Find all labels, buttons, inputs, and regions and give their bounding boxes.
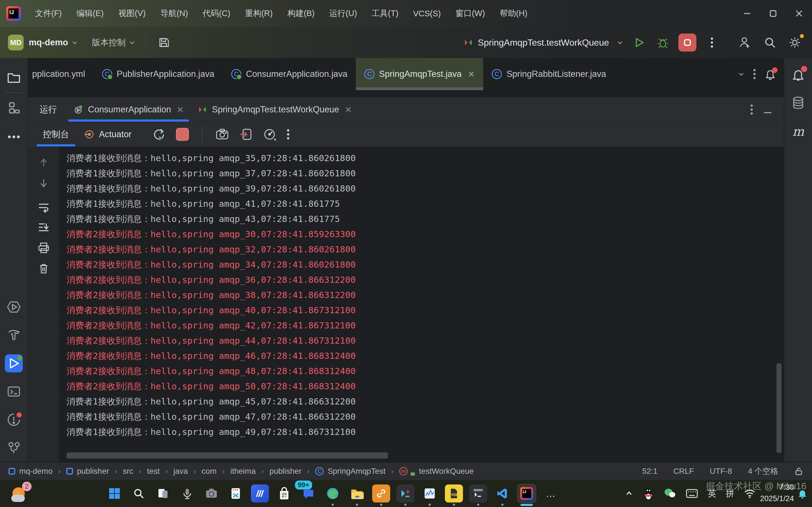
menu-item[interactable]: 文件(F) bbox=[29, 5, 68, 22]
indent-style[interactable]: 4 个空格 bbox=[748, 466, 778, 476]
stop-process-button[interactable] bbox=[176, 128, 189, 141]
maximize-button[interactable] bbox=[760, 0, 786, 27]
breadcrumb-item[interactable]: publisher bbox=[77, 467, 109, 476]
unlock-icon[interactable] bbox=[794, 466, 804, 476]
breadcrumb-item[interactable]: mq-demo bbox=[19, 467, 52, 476]
media-app-icon[interactable] bbox=[251, 485, 269, 503]
structure-tool-icon[interactable] bbox=[5, 99, 23, 117]
code-with-me-icon[interactable] bbox=[737, 34, 753, 51]
microsoft-store-icon[interactable] bbox=[275, 485, 293, 503]
tab-spring-rabbit-listener[interactable]: C SpringRabbitListener.java bbox=[483, 58, 614, 90]
menu-item[interactable]: 导航(N) bbox=[154, 5, 194, 22]
project-tool-icon[interactable] bbox=[5, 68, 23, 86]
print-icon[interactable] bbox=[38, 242, 50, 254]
exit-application-button[interactable] bbox=[239, 128, 253, 141]
wechat-tray-icon[interactable] bbox=[664, 488, 676, 499]
chat-app-icon[interactable]: 99+ bbox=[299, 485, 317, 503]
maven-tool-icon[interactable]: m bbox=[789, 122, 807, 140]
profiler-gauge-button[interactable] bbox=[263, 128, 276, 141]
touch-keyboard-icon[interactable] bbox=[686, 489, 698, 499]
menu-item[interactable]: 代码(C) bbox=[197, 5, 237, 22]
database-tool-icon[interactable] bbox=[789, 94, 807, 112]
console-kebab-icon[interactable] bbox=[287, 128, 290, 140]
camera-app-icon[interactable] bbox=[202, 485, 220, 503]
tab-console[interactable]: 控制台 bbox=[36, 122, 77, 147]
run-button[interactable] bbox=[631, 34, 647, 51]
breadcrumb-item[interactable]: testWorkQueue bbox=[419, 467, 474, 476]
more-tool-windows-icon[interactable] bbox=[5, 128, 23, 146]
vertical-scrollbar[interactable] bbox=[776, 363, 781, 453]
next-occurrence-icon[interactable] bbox=[38, 177, 50, 189]
snipping-tool-icon[interactable] bbox=[227, 485, 245, 503]
more-actions-button[interactable] bbox=[704, 34, 720, 51]
run-tab-consumer-application[interactable]: ConsumerApplication ✕ bbox=[66, 98, 191, 122]
intellij-taskbar-icon[interactable]: IJ bbox=[518, 485, 536, 503]
pdf-app-icon[interactable]: PDF bbox=[445, 485, 463, 503]
tab-publisher-application[interactable]: C PublisherApplication.java bbox=[94, 58, 223, 90]
git-tool-icon[interactable] bbox=[5, 439, 23, 457]
breadcrumb-item[interactable]: itheima bbox=[231, 467, 256, 476]
weather-widget[interactable]: 2 bbox=[11, 485, 29, 503]
tab-spring-amqp-test[interactable]: C SpringAmqpTest.java ✕ bbox=[356, 58, 483, 90]
soft-wrap-icon[interactable] bbox=[38, 201, 50, 214]
tab-consumer-application[interactable]: C ConsumerApplication.java bbox=[223, 58, 356, 90]
tab-actuator[interactable]: Actuator bbox=[77, 122, 139, 147]
menu-item[interactable]: 编辑(E) bbox=[70, 5, 110, 22]
caret-position[interactable]: 52:1 bbox=[642, 467, 658, 476]
edge-browser-icon[interactable] bbox=[324, 485, 342, 503]
run-configuration-selector[interactable]: SpringAmqpTest.testWorkQueue bbox=[463, 38, 624, 48]
build-tool-icon[interactable] bbox=[5, 326, 23, 344]
menu-item[interactable]: 窗口(W) bbox=[449, 5, 491, 22]
breadcrumb-item[interactable]: SpringAmqpTest bbox=[327, 467, 386, 476]
menu-item[interactable]: 视图(V) bbox=[112, 5, 152, 22]
menu-item[interactable]: 重构(R) bbox=[239, 5, 279, 22]
breadcrumb-item[interactable]: com bbox=[202, 467, 216, 476]
problems-tool-icon[interactable] bbox=[5, 411, 23, 429]
start-button[interactable] bbox=[105, 485, 123, 503]
options-kebab-icon[interactable] bbox=[750, 103, 753, 116]
ime-language-indicator[interactable]: 英 bbox=[708, 488, 716, 499]
clear-all-trash-icon[interactable] bbox=[38, 262, 50, 274]
breadcrumb-item[interactable]: test bbox=[147, 467, 160, 476]
services-tool-icon[interactable] bbox=[5, 298, 23, 316]
notifications-tool-icon[interactable] bbox=[789, 66, 807, 84]
horizontal-scrollbar[interactable] bbox=[66, 452, 388, 459]
tab-application-yml[interactable]: pplication.yml bbox=[28, 58, 94, 90]
close-tab-icon[interactable]: ✕ bbox=[468, 69, 475, 79]
qq-tray-icon[interactable] bbox=[643, 487, 654, 500]
vscode-icon[interactable] bbox=[493, 485, 511, 503]
rerun-button[interactable] bbox=[152, 128, 166, 141]
tab-options-kebab-icon[interactable] bbox=[753, 68, 756, 80]
minimize-button[interactable] bbox=[734, 0, 760, 27]
notifications-bell-icon[interactable] bbox=[764, 68, 776, 80]
menu-item[interactable]: 运行(U) bbox=[323, 5, 363, 22]
hide-tool-window-icon[interactable] bbox=[763, 105, 772, 114]
file-explorer-icon[interactable] bbox=[348, 485, 366, 503]
save-all-button[interactable] bbox=[156, 34, 172, 51]
menu-item[interactable]: 构建(B) bbox=[281, 5, 321, 22]
link-app-icon[interactable] bbox=[372, 485, 390, 503]
settings-gear-icon[interactable] bbox=[786, 34, 803, 51]
line-ending[interactable]: CRLF bbox=[673, 467, 694, 476]
chevron-down-icon[interactable] bbox=[738, 70, 745, 78]
menu-item[interactable]: 工具(T) bbox=[365, 5, 405, 22]
close-button[interactable] bbox=[786, 0, 812, 27]
close-tab-icon[interactable]: ✕ bbox=[177, 105, 184, 115]
fluent-terminal-icon[interactable] bbox=[396, 485, 414, 503]
tray-clock[interactable]: 7:30 2025/1/24 bbox=[760, 482, 794, 504]
project-widget[interactable]: MD mq-demo bbox=[8, 35, 79, 50]
ime-mode-indicator[interactable]: 拼 bbox=[726, 488, 734, 499]
prev-occurrence-icon[interactable] bbox=[38, 157, 50, 169]
file-encoding[interactable]: UTF-8 bbox=[710, 467, 732, 476]
close-tab-icon[interactable]: ✕ bbox=[345, 105, 352, 115]
scroll-to-end-icon[interactable] bbox=[38, 221, 50, 234]
system-monitor-icon[interactable] bbox=[421, 485, 439, 503]
search-taskbar-icon[interactable] bbox=[130, 485, 148, 503]
terminal-tool-icon[interactable] bbox=[5, 383, 23, 400]
search-everywhere-icon[interactable] bbox=[762, 34, 778, 51]
voice-recorder-icon[interactable] bbox=[178, 485, 196, 503]
taskbar-overflow-icon[interactable]: … bbox=[542, 485, 560, 503]
menu-item[interactable]: 帮助(H) bbox=[493, 5, 534, 22]
debug-button[interactable] bbox=[655, 34, 671, 51]
task-view-icon[interactable] bbox=[154, 485, 172, 503]
